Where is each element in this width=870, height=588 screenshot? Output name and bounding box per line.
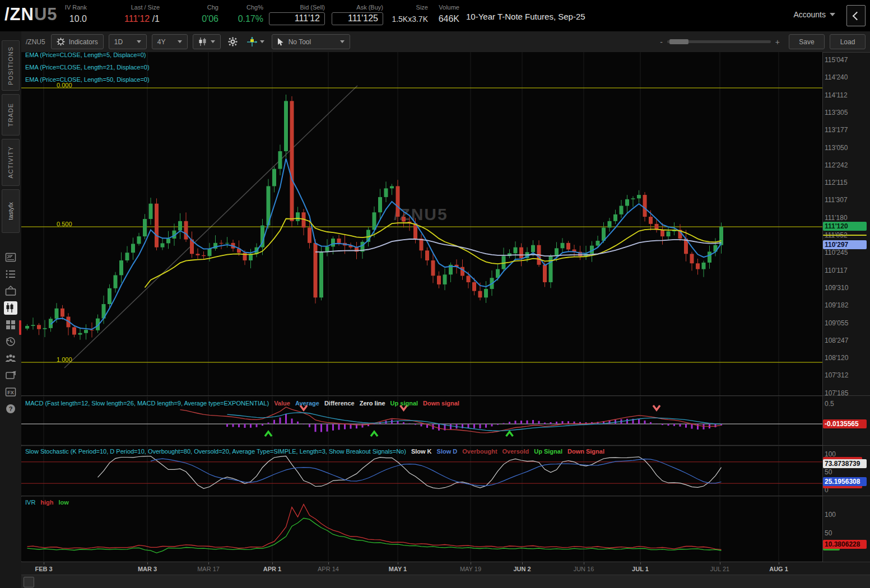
price-axis-label: 112'242 (825, 161, 868, 169)
time-axis-tick (147, 562, 148, 564)
price-axis-badge (823, 235, 867, 236)
price-axis-label: 110'117 (825, 267, 868, 274)
sidebar-tab-trade[interactable]: TRADE (2, 94, 20, 136)
indicator-axis-label: 100 (825, 511, 868, 519)
indicator-axis-label: 50 (825, 529, 868, 537)
chevron-left-icon (853, 11, 862, 20)
price-axis-label: 113'305 (825, 109, 868, 116)
study-title: IVR (25, 499, 35, 506)
legend-item: Difference (324, 400, 355, 407)
fib-level-label: 0.000 (57, 82, 72, 88)
quote-header: /ZNU5 IV Rank 10.0 Last / Size 111'12 /1… (0, 0, 870, 31)
ask-button[interactable]: 111'125 (332, 12, 383, 25)
collapse-panel-button[interactable] (846, 5, 866, 26)
chevron-down-icon (211, 40, 215, 43)
sidebar-tab-label: ACTIVITY (7, 146, 14, 179)
time-axis-tick (640, 562, 641, 564)
grid-apps-icon[interactable] (4, 318, 17, 332)
tool-dropdown[interactable]: No Tool (272, 34, 350, 49)
stochastic-study-label: Slow Stochastic (K Period=10, D Period=1… (25, 448, 604, 455)
indicators-button[interactable]: Indicators (51, 34, 104, 49)
sidebar-tab-label: POSITIONS (7, 46, 14, 85)
bid-label: Bid (Sell) (269, 4, 325, 11)
time-axis-label: MAY 19 (451, 566, 490, 572)
time-axis-tick (779, 562, 779, 564)
price-axis-divider (822, 52, 823, 575)
time-axis-tick (522, 562, 523, 564)
load-button[interactable]: Load (830, 34, 866, 49)
zoom-in-button[interactable]: + (775, 38, 780, 46)
time-axis-label: APR 14 (309, 566, 348, 572)
chart-settings-button[interactable] (226, 35, 240, 49)
legend-item: Up signal (390, 400, 418, 407)
legend-item: Average (295, 400, 319, 407)
chart-icon[interactable] (4, 301, 17, 315)
panel-divider[interactable] (21, 395, 870, 396)
ema21-study-label: EMA (Price=CLOSE, Length=21, Displace=0) (25, 64, 150, 71)
chg-pct-label: Chg% (224, 4, 263, 11)
last-size-label: Last / Size (87, 4, 160, 11)
time-axis[interactable]: FEB 3MAR 3MAR 17APR 1APR 14MAY 1MAY 19JU… (21, 562, 870, 575)
history-icon[interactable] (4, 335, 17, 348)
sidebar-tab-tastyfx[interactable]: tastyfx (2, 189, 20, 233)
news-chart-icon[interactable] (4, 251, 17, 264)
price-axis-label: 107'312 (825, 371, 868, 379)
price-axis-label: 109'182 (825, 301, 868, 309)
price-axis-label: 115'047 (825, 56, 868, 64)
legend-item: Oversold (503, 448, 529, 455)
axis-settings-dropdown[interactable] (245, 35, 267, 49)
chevron-down-icon (340, 40, 345, 43)
panel-divider[interactable] (21, 496, 870, 496)
volume-value: 646K (432, 13, 459, 25)
time-axis-label: MAY 1 (378, 566, 417, 572)
study-title: MACD (Fast length=12, Slow length=26, MA… (25, 400, 269, 407)
replay-icon[interactable] (4, 368, 17, 382)
accounts-dropdown[interactable]: Accounts (793, 10, 835, 19)
chevron-down-icon (137, 40, 141, 43)
panel-divider[interactable] (21, 445, 870, 446)
time-axis-label: FEB 3 (24, 566, 63, 572)
range-value: 4Y (157, 38, 166, 46)
timeframe-dropdown[interactable]: 1D (109, 34, 147, 49)
chg-pct-value: 0.17% (224, 13, 263, 25)
zoom-out-button[interactable]: - (660, 38, 663, 46)
chart-type-dropdown[interactable] (193, 34, 221, 49)
sidebar-tab-activity[interactable]: ACTIVITY (2, 139, 20, 186)
timeframe-value: 1D (114, 38, 123, 46)
time-axis-label: JUN 2 (503, 566, 542, 572)
time-axis-tick (44, 562, 44, 564)
zoom-slider-thumb[interactable] (669, 39, 688, 44)
time-axis-label: APR 1 (253, 566, 292, 572)
ema5-study-label: EMA (Price=CLOSE, Length=5, Displace=0) (25, 52, 146, 58)
toolbar-symbol: /ZNU5 (26, 38, 45, 46)
price-axis-label: 113'177 (825, 126, 868, 134)
range-dropdown[interactable]: 4Y (152, 34, 188, 49)
legend-item: Slow K (411, 448, 432, 455)
tool-label: No Tool (289, 38, 336, 46)
panel-toggle-button[interactable] (24, 577, 34, 587)
volume-label: Volume (432, 4, 459, 11)
price-axis-label: 114'240 (825, 73, 868, 81)
ivr-panel-chart[interactable] (21, 497, 822, 561)
fx-icon[interactable]: FX (4, 385, 17, 399)
last-value: 111'12 (124, 14, 150, 24)
save-button[interactable]: Save (789, 34, 825, 49)
time-axis-tick (328, 562, 329, 564)
save-label: Save (799, 38, 814, 46)
help-icon[interactable]: ? (4, 402, 17, 416)
study-title: Slow Stochastic (K Period=10, D Period=1… (25, 448, 406, 455)
time-axis-tick (272, 562, 273, 564)
svg-text:FX: FX (7, 390, 14, 395)
price-axis-label: 110'245 (825, 249, 868, 256)
sidebar-tab-positions[interactable]: POSITIONS (2, 40, 20, 91)
bottom-bar (21, 575, 870, 588)
tv-icon[interactable] (4, 284, 17, 298)
bid-button[interactable]: 111'12 (269, 12, 325, 25)
price-axis-label: 111'180 (825, 214, 868, 222)
follow-traders-icon[interactable] (4, 352, 17, 365)
candlestick-chart[interactable]: /ZNU5 (21, 52, 822, 395)
watchlist-icon[interactable] (4, 268, 17, 281)
legend-item: low (59, 499, 69, 506)
chg-field: Chg 0'06 (168, 4, 218, 25)
zoom-slider[interactable] (667, 40, 771, 43)
